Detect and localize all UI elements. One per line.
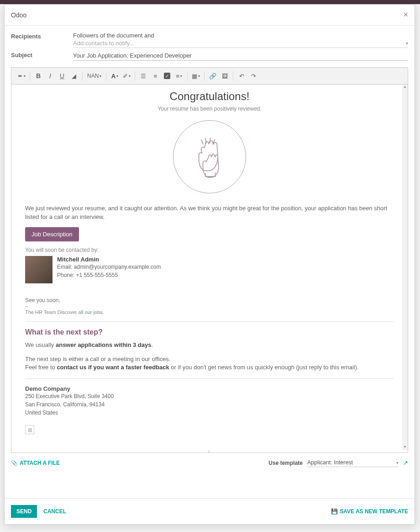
- cancel-button[interactable]: CANCEL: [43, 508, 66, 515]
- save-as-template-button[interactable]: 💾 SAVE AS NEW TEMPLATE: [331, 508, 408, 515]
- address-line-2: San Francisco, California, 94134: [25, 400, 394, 409]
- table-button[interactable]: ▦▾: [190, 70, 201, 81]
- checklist-button[interactable]: ✓: [162, 70, 173, 81]
- chevron-down-icon: ▾: [406, 41, 408, 46]
- paperclip-icon: 📎: [11, 460, 18, 466]
- image-button[interactable]: 🖼: [219, 70, 230, 81]
- resize-handle[interactable]: ≡: [11, 450, 408, 452]
- next-step-heading: What is the next step?: [25, 328, 394, 336]
- bullet-list-button[interactable]: ☰: [138, 70, 149, 81]
- italic-button[interactable]: I: [45, 70, 56, 81]
- modal-body: Recipients Followers of the document and…: [5, 26, 415, 498]
- clear-format-button[interactable]: ◢: [68, 70, 79, 81]
- address-line-3: United States: [25, 409, 394, 417]
- subject-label: Subject: [11, 51, 73, 59]
- external-link-icon[interactable]: ↗: [403, 459, 408, 466]
- underline-button[interactable]: U: [57, 70, 68, 81]
- chevron-down-icon: ▾: [396, 460, 399, 465]
- close-icon[interactable]: ×: [403, 10, 408, 20]
- rich-text-editor: ✒▾ B I U ◢ NAN▾ A▾ ✐▾ ☰ ≡ ✓ ≡▾ ▦▾ 🔗: [11, 67, 408, 453]
- answer-time-line: We usually answer applications within 3 …: [25, 341, 394, 350]
- intro-paragraph: We just reviewed your resume, and it cau…: [25, 204, 394, 222]
- editor-toolbar: ✒▾ B I U ◢ NAN▾ A▾ ✐▾ ☰ ≡ ✓ ≡▾ ▦▾ 🔗: [11, 68, 408, 85]
- link-button[interactable]: 🔗: [207, 70, 218, 81]
- editor-scrollbar[interactable]: ▴ ▾: [402, 85, 408, 450]
- font-size-select[interactable]: NAN▾: [85, 70, 103, 81]
- contacted-by-text: You will soon be contacted by:: [25, 247, 394, 253]
- hr-team-line: The HR Team Discover all our jobs.: [25, 309, 394, 315]
- brush-icon[interactable]: ✒▾: [16, 70, 27, 81]
- address-line-1: 250 Executive Park Blvd, Suite 3400: [25, 392, 394, 400]
- subheading: Your resume has been positively reviewed…: [25, 106, 394, 112]
- all-jobs-link[interactable]: all our jobs: [79, 309, 103, 315]
- image-placeholder-icon: ▧: [25, 425, 34, 434]
- signature-dashes: --: [25, 303, 394, 309]
- attach-file-button[interactable]: 📎 ATTACH A FILE: [11, 460, 60, 466]
- redo-button[interactable]: ↷: [248, 70, 259, 81]
- undo-button[interactable]: ↶: [236, 70, 247, 81]
- recipients-label: Recipients: [11, 32, 73, 40]
- email-body-editor[interactable]: Congratulations! Your resume has been po…: [11, 85, 408, 450]
- modal-header: Odoo ×: [5, 5, 415, 26]
- modal-footer: SEND CANCEL 💾 SAVE AS NEW TEMPLATE: [5, 498, 415, 524]
- contact-phone: Phone: +1 555-555-5555: [57, 271, 161, 279]
- divider: [25, 378, 394, 379]
- scroll-down-icon[interactable]: ▾: [402, 445, 408, 450]
- subject-input[interactable]: [73, 51, 408, 61]
- font-color-button[interactable]: A▾: [109, 70, 120, 81]
- bold-button[interactable]: B: [33, 70, 44, 81]
- job-description-button[interactable]: Job Description: [25, 227, 79, 241]
- highlight-button[interactable]: ✐▾: [121, 70, 132, 81]
- modal-title: Odoo: [11, 11, 26, 19]
- add-contacts-dropdown[interactable]: Add contacts to notify... ▾: [73, 39, 408, 48]
- contact-email: Email: admin@yourcompany.example.com: [57, 263, 161, 271]
- send-button[interactable]: SEND: [11, 505, 37, 518]
- add-contacts-placeholder: Add contacts to notify...: [73, 40, 134, 47]
- align-button[interactable]: ≡▾: [173, 70, 184, 81]
- followers-text: Followers of the document and: [73, 32, 408, 39]
- company-name: Demo Company: [25, 385, 394, 392]
- high-five-image: [25, 120, 394, 193]
- ordered-list-button[interactable]: ≡: [150, 70, 161, 81]
- scroll-up-icon[interactable]: ▴: [402, 85, 408, 90]
- congrats-heading: Congratulations!: [25, 90, 394, 103]
- contact-name: Mitchell Admin: [57, 256, 161, 263]
- contact-avatar: [25, 256, 52, 283]
- next-step-para: The next step is either a call or a meet…: [25, 355, 394, 372]
- save-icon: 💾: [331, 508, 338, 515]
- use-template-label: Use template: [268, 460, 303, 466]
- template-select[interactable]: Applicant: Interest ▾: [307, 458, 399, 467]
- divider: [25, 321, 394, 322]
- compose-message-modal: Odoo × Recipients Followers of the docum…: [4, 4, 415, 525]
- see-you-text: See you soon,: [25, 297, 394, 303]
